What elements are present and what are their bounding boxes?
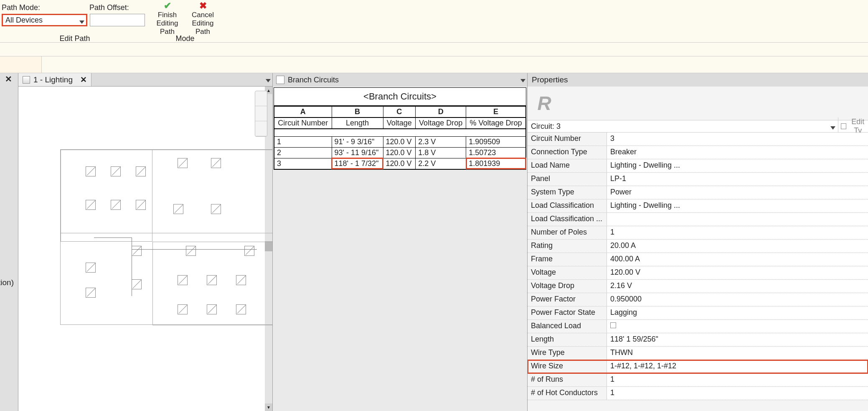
view-tab-lighting[interactable]: 1 - Lighting ✕: [18, 73, 91, 86]
property-row[interactable]: Balanced Load: [528, 320, 868, 333]
table-cell[interactable]: 120.0 V: [383, 136, 416, 147]
property-row[interactable]: Voltage Drop2.16 V: [528, 280, 868, 293]
ribbon-group-caption-editpath: Edit Path: [2, 34, 148, 43]
col-letter[interactable]: E: [466, 107, 526, 118]
tab-overflow-icon[interactable]: [266, 76, 271, 84]
property-value[interactable]: 120.00 V: [607, 266, 868, 279]
type-selector[interactable]: Circuit: 3: [528, 122, 838, 131]
property-value[interactable]: Breaker: [607, 146, 868, 159]
property-value[interactable]: THWN: [607, 347, 868, 360]
property-row[interactable]: PanelLP-1: [528, 173, 868, 186]
table-cell[interactable]: 120.0 V: [383, 147, 416, 158]
property-name: Load Classification ...: [528, 213, 607, 226]
property-row[interactable]: Wire Size1-#12, 1-#12, 1-#12: [528, 360, 868, 373]
floor-plan-canvas[interactable]: ▴ ▾: [18, 87, 272, 411]
navigation-bar[interactable]: [255, 91, 267, 137]
property-name: Length: [528, 333, 607, 346]
type-selector-value: Circuit: 3: [531, 122, 561, 130]
property-row[interactable]: Load ClassificationLighting - Dwelling .…: [528, 199, 868, 213]
property-value[interactable]: Power: [607, 186, 868, 199]
table-row[interactable]: 3118' - 1 7/32"120.0 V2.2 V1.801939: [274, 158, 526, 169]
property-value[interactable]: Lighting - Dwelling ...: [607, 159, 868, 172]
scroll-down-icon[interactable]: ▾: [265, 403, 272, 411]
property-value[interactable]: 400.00 A: [607, 253, 868, 266]
path-mode-label: Path Mode:: [2, 3, 89, 12]
col-letter[interactable]: B: [332, 107, 383, 118]
table-cell[interactable]: 93' - 11 9/16": [332, 147, 383, 158]
table-cell[interactable]: 1.909509: [466, 136, 526, 147]
property-value[interactable]: 1-#12, 1-#12, 1-#12: [607, 360, 868, 373]
col-header[interactable]: % Voltage Drop: [466, 117, 526, 129]
close-icon[interactable]: ✕: [5, 74, 12, 84]
floor-plan-drawing: [60, 149, 272, 325]
path-mode-combo[interactable]: All Devices: [2, 14, 87, 26]
property-row[interactable]: Rating20.00 A: [528, 240, 868, 253]
property-row[interactable]: Load Classification ...: [528, 213, 868, 226]
property-row[interactable]: Frame400.00 A: [528, 253, 868, 266]
property-value[interactable]: 3: [607, 133, 868, 146]
close-tab-icon[interactable]: ✕: [80, 75, 87, 84]
branch-circuits-table[interactable]: A B C D E Circuit Number Length Voltage …: [274, 106, 526, 169]
col-header[interactable]: Voltage: [383, 117, 416, 129]
table-cell[interactable]: 120.0 V: [383, 158, 416, 169]
property-value[interactable]: 118' 1 59/256": [607, 333, 868, 346]
property-value[interactable]: 2.16 V: [607, 280, 868, 293]
table-cell[interactable]: 1.801939: [466, 158, 526, 169]
property-value[interactable]: 0.950000: [607, 293, 868, 306]
property-value[interactable]: 1: [607, 387, 868, 400]
property-name: System Type: [528, 186, 607, 199]
property-value[interactable]: LP-1: [607, 173, 868, 186]
property-name: Power Factor State: [528, 306, 607, 319]
table-cell[interactable]: 1.50723: [466, 147, 526, 158]
property-value[interactable]: [607, 320, 868, 333]
property-name: Panel: [528, 173, 607, 186]
table-row[interactable]: 293' - 11 9/16"120.0 V1.8 V1.50723: [274, 147, 526, 158]
table-cell[interactable]: 1: [274, 136, 332, 147]
col-header[interactable]: Circuit Number: [274, 117, 332, 129]
property-value[interactable]: Lagging: [607, 306, 868, 319]
properties-grid[interactable]: Circuit Number3Connection TypeBreakerLoa…: [528, 133, 868, 411]
table-cell[interactable]: 2: [274, 147, 332, 158]
col-letter[interactable]: C: [383, 107, 416, 118]
property-name: Voltage Drop: [528, 280, 607, 293]
checkbox-icon[interactable]: [610, 322, 616, 328]
table-cell[interactable]: 2.3 V: [416, 136, 466, 147]
property-row[interactable]: Load NameLighting - Dwelling ...: [528, 159, 868, 173]
property-row[interactable]: Length118' 1 59/256": [528, 333, 868, 347]
col-header[interactable]: Length: [332, 117, 383, 129]
schedule-icon: [276, 76, 284, 84]
property-value[interactable]: Lighting - Dwelling ...: [607, 199, 868, 212]
property-name: Balanced Load: [528, 320, 607, 333]
table-cell[interactable]: 118' - 1 7/32": [332, 158, 383, 169]
col-header[interactable]: Voltage Drop: [416, 117, 466, 129]
property-row[interactable]: # of Runs1: [528, 373, 868, 387]
property-row[interactable]: Power Factor StateLagging: [528, 306, 868, 320]
tab-overflow-icon[interactable]: [520, 76, 525, 84]
property-name: Power Factor: [528, 293, 607, 306]
table-cell[interactable]: 1.8 V: [416, 147, 466, 158]
table-cell[interactable]: 2.2 V: [416, 158, 466, 169]
col-letter[interactable]: D: [416, 107, 466, 118]
property-row[interactable]: Power Factor0.950000: [528, 293, 868, 306]
table-cell[interactable]: 3: [274, 158, 332, 169]
schedule-title: <Branch Circuits>: [274, 88, 526, 106]
property-value[interactable]: 1: [607, 226, 868, 239]
property-name: Wire Type: [528, 347, 607, 360]
property-row[interactable]: Circuit Number3: [528, 133, 868, 146]
property-value[interactable]: 1: [607, 373, 868, 386]
left-palette: ✕ tion): [0, 73, 18, 411]
col-letter[interactable]: A: [274, 107, 332, 118]
property-row[interactable]: Number of Poles1: [528, 226, 868, 240]
property-row[interactable]: System TypePower: [528, 186, 868, 199]
property-value[interactable]: 20.00 A: [607, 240, 868, 253]
table-cell[interactable]: 91' - 9 3/16": [332, 136, 383, 147]
schedule-tab-title[interactable]: Branch Circuits: [288, 76, 339, 84]
property-row[interactable]: # of Hot Conductors1: [528, 387, 868, 400]
property-row[interactable]: Wire TypeTHWN: [528, 347, 868, 360]
property-row[interactable]: Connection TypeBreaker: [528, 146, 868, 159]
property-value[interactable]: [607, 213, 868, 226]
path-offset-input[interactable]: [90, 14, 145, 26]
property-row[interactable]: Voltage120.00 V: [528, 266, 868, 280]
table-row[interactable]: 191' - 9 3/16"120.0 V2.3 V1.909509: [274, 136, 526, 147]
property-name: Circuit Number: [528, 133, 607, 146]
